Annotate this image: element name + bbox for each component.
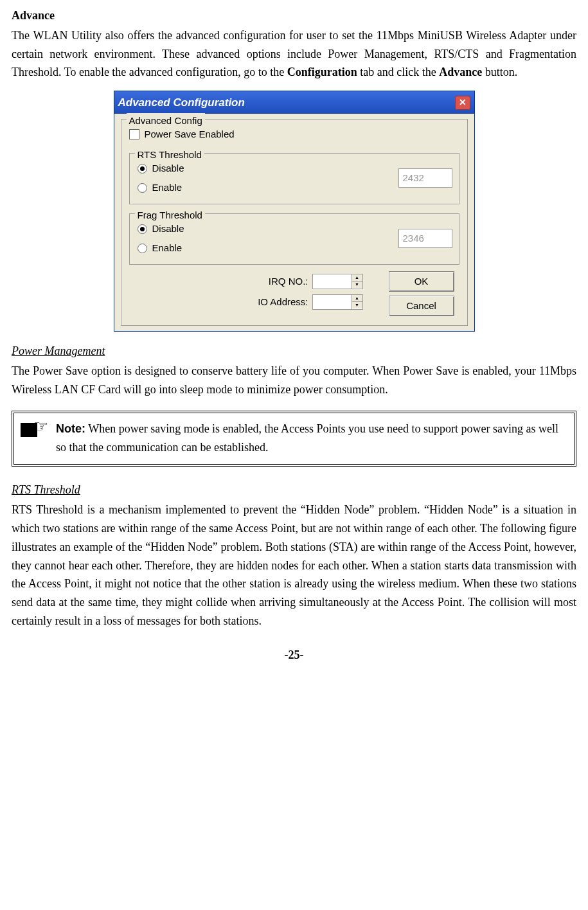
chevron-down-icon[interactable]: ▼ [352, 302, 362, 308]
rts-enable-radio[interactable] [138, 183, 147, 193]
advanced-config-group: Advanced Config Power Save Enabled RTS T… [121, 119, 468, 326]
frag-enable-radio[interactable] [138, 244, 147, 253]
note-text: When power saving mode is enabled, the A… [56, 422, 558, 454]
intro-bold-configuration: Configuration [287, 66, 357, 78]
io-spinner[interactable]: ▲▼ [312, 294, 363, 310]
power-management-paragraph: The Power Save option is designed to con… [12, 362, 576, 399]
rts-enable-label: Enable [152, 180, 183, 195]
page-number: -25- [12, 646, 576, 665]
dialog-titlebar: Advanced Configuration ✕ [114, 91, 474, 114]
rts-threshold-group: RTS Threshold Disable Enable 2432 [129, 153, 459, 204]
rts-threshold-paragraph: RTS Threshold is a mechanism implemented… [12, 501, 576, 630]
rts-value-input[interactable]: 2432 [398, 168, 452, 188]
rts-legend: RTS Threshold [135, 147, 204, 163]
chevron-up-icon[interactable]: ▲ [352, 295, 362, 302]
intro-bold-advance: Advance [439, 66, 482, 78]
note-label: Note: [56, 422, 85, 435]
frag-disable-label: Disable [152, 221, 184, 236]
cancel-button[interactable]: Cancel [389, 296, 454, 316]
intro-paragraph: The WLAN Utility also offers the advance… [12, 26, 576, 82]
heading-advance: Advance [12, 6, 576, 25]
dialog-title: Advanced Configuration [118, 94, 245, 111]
note-box: ☞ Note: When power saving mode is enable… [12, 411, 576, 467]
hand-point-icon: ☞ [21, 420, 48, 439]
irq-spinner[interactable]: ▲▼ [312, 274, 363, 289]
ok-button[interactable]: OK [389, 271, 454, 292]
frag-threshold-group: Frag Threshold Disable Enable 2346 [129, 213, 459, 265]
frag-value-input[interactable]: 2346 [398, 229, 452, 248]
close-icon[interactable]: ✕ [455, 96, 470, 110]
io-label: IO Address: [258, 294, 308, 310]
frag-enable-label: Enable [152, 240, 183, 256]
rts-disable-radio[interactable] [138, 164, 147, 174]
advanced-config-legend: Advanced Config [127, 113, 205, 129]
rts-threshold-heading: RTS Threshold [12, 481, 576, 499]
frag-disable-radio[interactable] [138, 224, 147, 234]
advanced-config-dialog: Advanced Configuration ✕ Advanced Config… [114, 91, 475, 332]
intro-end: button. [482, 66, 517, 78]
power-save-checkbox[interactable] [129, 129, 139, 139]
power-management-heading: Power Management [12, 342, 576, 361]
frag-legend: Frag Threshold [135, 208, 205, 223]
rts-disable-label: Disable [152, 161, 184, 176]
chevron-down-icon[interactable]: ▼ [352, 281, 362, 288]
power-save-label: Power Save Enabled [145, 127, 235, 142]
irq-label: IRQ NO.: [269, 274, 308, 289]
intro-mid: tab and click the [357, 66, 439, 78]
chevron-up-icon[interactable]: ▲ [352, 274, 362, 281]
